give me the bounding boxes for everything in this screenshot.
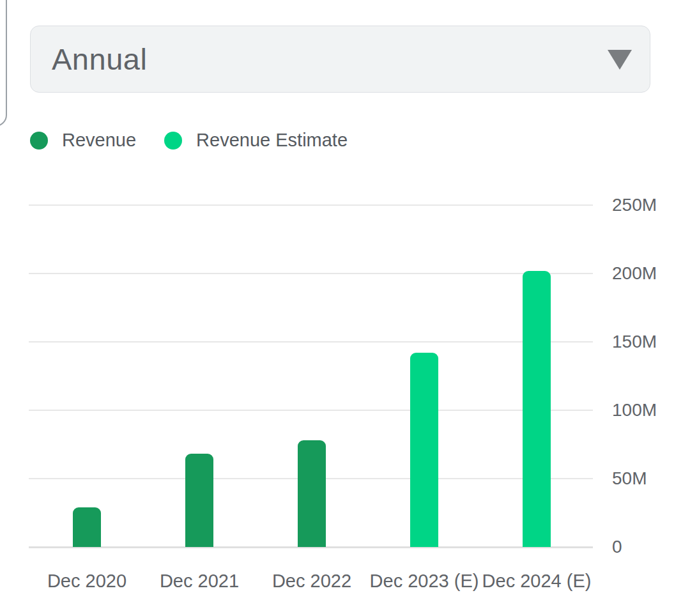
revenue-forecast-widget: Annual Revenue Revenue Estimate 050M100M…	[0, 0, 690, 616]
gridline-150M	[29, 341, 593, 343]
gridline-100M	[29, 410, 593, 411]
bar-dec-2020[interactable]	[73, 507, 101, 547]
bar-dec-2022[interactable]	[298, 440, 326, 547]
ytick-label-100M: 100M	[612, 399, 682, 421]
ytick-label-200M: 200M	[612, 263, 682, 284]
revenue-bar-chart: 050M100M150M200M250MDec 2020Dec 2021Dec …	[0, 0, 690, 616]
ytick-label-250M: 250M	[612, 194, 682, 216]
ytick-label-150M: 150M	[612, 331, 682, 353]
bar-dec-2023-e[interactable]	[410, 353, 438, 547]
ytick-label-0: 0	[612, 536, 682, 558]
ytick-label-50M: 50M	[612, 468, 682, 489]
gridline-250M	[29, 204, 593, 206]
bar-dec-2024-e[interactable]	[523, 271, 551, 547]
bar-dec-2021[interactable]	[185, 454, 213, 547]
xtick-label-dec-2024-e: Dec 2024 (E)	[466, 571, 607, 592]
gridline-200M	[29, 273, 593, 274]
